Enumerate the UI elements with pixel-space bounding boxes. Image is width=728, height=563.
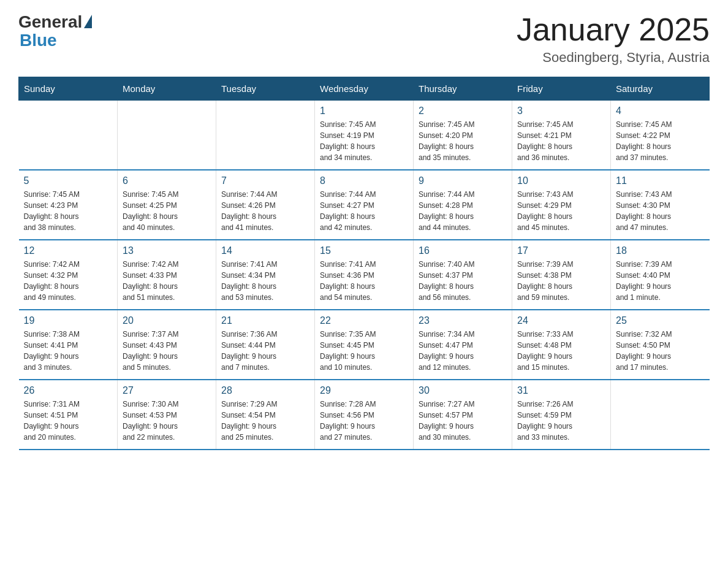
day-cell: 4Sunrise: 7:45 AM Sunset: 4:22 PM Daylig…	[611, 101, 710, 170]
day-info: Sunrise: 7:42 AM Sunset: 4:32 PM Dayligh…	[24, 259, 113, 303]
day-info: Sunrise: 7:34 AM Sunset: 4:47 PM Dayligh…	[419, 329, 507, 373]
day-number: 1	[320, 105, 408, 117]
day-info: Sunrise: 7:45 AM Sunset: 4:19 PM Dayligh…	[320, 119, 408, 163]
weekday-header-tuesday: Tuesday	[216, 77, 315, 101]
day-cell: 13Sunrise: 7:42 AM Sunset: 4:33 PM Dayli…	[118, 240, 216, 310]
day-info: Sunrise: 7:43 AM Sunset: 4:29 PM Dayligh…	[517, 189, 605, 233]
day-cell	[216, 101, 315, 170]
day-number: 28	[221, 385, 309, 396]
day-number: 21	[221, 315, 309, 326]
week-row-1: 1Sunrise: 7:45 AM Sunset: 4:19 PM Daylig…	[19, 101, 710, 170]
day-cell: 26Sunrise: 7:31 AM Sunset: 4:51 PM Dayli…	[19, 380, 118, 450]
day-cell: 23Sunrise: 7:34 AM Sunset: 4:47 PM Dayli…	[414, 310, 512, 380]
day-number: 24	[517, 315, 605, 326]
day-number: 11	[616, 175, 705, 186]
day-cell: 30Sunrise: 7:27 AM Sunset: 4:57 PM Dayli…	[414, 380, 512, 450]
day-info: Sunrise: 7:45 AM Sunset: 4:23 PM Dayligh…	[24, 189, 113, 233]
day-number: 20	[123, 315, 211, 326]
day-cell	[19, 101, 118, 170]
day-info: Sunrise: 7:41 AM Sunset: 4:34 PM Dayligh…	[221, 259, 309, 303]
day-cell: 22Sunrise: 7:35 AM Sunset: 4:45 PM Dayli…	[315, 310, 414, 380]
weekday-header-sunday: Sunday	[19, 77, 118, 101]
day-info: Sunrise: 7:31 AM Sunset: 4:51 PM Dayligh…	[24, 399, 113, 443]
day-info: Sunrise: 7:45 AM Sunset: 4:22 PM Dayligh…	[616, 119, 705, 163]
day-number: 3	[517, 105, 605, 117]
day-number: 31	[517, 385, 605, 396]
day-cell: 18Sunrise: 7:39 AM Sunset: 4:40 PM Dayli…	[611, 240, 710, 310]
day-number: 14	[221, 245, 309, 256]
day-number: 5	[24, 175, 113, 186]
day-cell: 10Sunrise: 7:43 AM Sunset: 4:29 PM Dayli…	[512, 170, 611, 240]
day-cell: 19Sunrise: 7:38 AM Sunset: 4:41 PM Dayli…	[19, 310, 118, 380]
day-number: 13	[123, 245, 211, 256]
day-number: 22	[320, 315, 408, 326]
day-info: Sunrise: 7:44 AM Sunset: 4:28 PM Dayligh…	[419, 189, 507, 233]
weekday-header-monday: Monday	[118, 77, 216, 101]
day-info: Sunrise: 7:39 AM Sunset: 4:38 PM Dayligh…	[517, 259, 605, 303]
day-cell: 9Sunrise: 7:44 AM Sunset: 4:28 PM Daylig…	[414, 170, 512, 240]
day-info: Sunrise: 7:44 AM Sunset: 4:26 PM Dayligh…	[221, 189, 309, 233]
day-info: Sunrise: 7:38 AM Sunset: 4:41 PM Dayligh…	[24, 329, 113, 373]
day-info: Sunrise: 7:45 AM Sunset: 4:20 PM Dayligh…	[419, 119, 507, 163]
day-number: 7	[221, 175, 309, 186]
logo-blue-text: Blue	[18, 31, 57, 50]
day-number: 19	[24, 315, 113, 326]
day-cell: 14Sunrise: 7:41 AM Sunset: 4:34 PM Dayli…	[216, 240, 315, 310]
weekday-header-wednesday: Wednesday	[315, 77, 414, 101]
day-info: Sunrise: 7:30 AM Sunset: 4:53 PM Dayligh…	[123, 399, 211, 443]
day-number: 4	[616, 105, 705, 117]
day-info: Sunrise: 7:33 AM Sunset: 4:48 PM Dayligh…	[517, 329, 605, 373]
day-cell: 21Sunrise: 7:36 AM Sunset: 4:44 PM Dayli…	[216, 310, 315, 380]
day-number: 29	[320, 385, 408, 396]
day-info: Sunrise: 7:29 AM Sunset: 4:54 PM Dayligh…	[221, 399, 309, 443]
day-number: 6	[123, 175, 211, 186]
week-row-2: 5Sunrise: 7:45 AM Sunset: 4:23 PM Daylig…	[19, 170, 710, 240]
weekday-header-saturday: Saturday	[611, 77, 710, 101]
day-cell	[611, 380, 710, 450]
day-cell: 15Sunrise: 7:41 AM Sunset: 4:36 PM Dayli…	[315, 240, 414, 310]
week-row-4: 19Sunrise: 7:38 AM Sunset: 4:41 PM Dayli…	[19, 310, 710, 380]
day-number: 2	[419, 105, 507, 117]
day-info: Sunrise: 7:41 AM Sunset: 4:36 PM Dayligh…	[320, 259, 408, 303]
day-cell: 20Sunrise: 7:37 AM Sunset: 4:43 PM Dayli…	[118, 310, 216, 380]
day-cell: 28Sunrise: 7:29 AM Sunset: 4:54 PM Dayli…	[216, 380, 315, 450]
day-info: Sunrise: 7:32 AM Sunset: 4:50 PM Dayligh…	[616, 329, 705, 373]
day-info: Sunrise: 7:36 AM Sunset: 4:44 PM Dayligh…	[221, 329, 309, 373]
day-info: Sunrise: 7:45 AM Sunset: 4:21 PM Dayligh…	[517, 119, 605, 163]
day-info: Sunrise: 7:28 AM Sunset: 4:56 PM Dayligh…	[320, 399, 408, 443]
logo-general-text: General	[18, 12, 82, 32]
day-number: 8	[320, 175, 408, 186]
day-cell: 3Sunrise: 7:45 AM Sunset: 4:21 PM Daylig…	[512, 101, 611, 170]
day-info: Sunrise: 7:26 AM Sunset: 4:59 PM Dayligh…	[517, 399, 605, 443]
day-number: 17	[517, 245, 605, 256]
day-number: 26	[24, 385, 113, 396]
day-cell: 7Sunrise: 7:44 AM Sunset: 4:26 PM Daylig…	[216, 170, 315, 240]
day-info: Sunrise: 7:37 AM Sunset: 4:43 PM Dayligh…	[123, 329, 211, 373]
title-block: January 2025 Soedingberg, Styria, Austri…	[517, 12, 710, 66]
day-number: 23	[419, 315, 507, 326]
day-cell: 31Sunrise: 7:26 AM Sunset: 4:59 PM Dayli…	[512, 380, 611, 450]
day-cell: 1Sunrise: 7:45 AM Sunset: 4:19 PM Daylig…	[315, 101, 414, 170]
day-cell: 17Sunrise: 7:39 AM Sunset: 4:38 PM Dayli…	[512, 240, 611, 310]
day-info: Sunrise: 7:27 AM Sunset: 4:57 PM Dayligh…	[419, 399, 507, 443]
day-cell	[118, 101, 216, 170]
week-row-5: 26Sunrise: 7:31 AM Sunset: 4:51 PM Dayli…	[19, 380, 710, 450]
day-cell: 24Sunrise: 7:33 AM Sunset: 4:48 PM Dayli…	[512, 310, 611, 380]
day-info: Sunrise: 7:44 AM Sunset: 4:27 PM Dayligh…	[320, 189, 408, 233]
day-number: 25	[616, 315, 705, 326]
day-cell: 29Sunrise: 7:28 AM Sunset: 4:56 PM Dayli…	[315, 380, 414, 450]
day-info: Sunrise: 7:35 AM Sunset: 4:45 PM Dayligh…	[320, 329, 408, 373]
day-cell: 2Sunrise: 7:45 AM Sunset: 4:20 PM Daylig…	[414, 101, 512, 170]
weekday-header-row: SundayMondayTuesdayWednesdayThursdayFrid…	[19, 77, 710, 101]
day-info: Sunrise: 7:39 AM Sunset: 4:40 PM Dayligh…	[616, 259, 705, 303]
logo-triangle-icon	[84, 15, 92, 28]
day-cell: 6Sunrise: 7:45 AM Sunset: 4:25 PM Daylig…	[118, 170, 216, 240]
week-row-3: 12Sunrise: 7:42 AM Sunset: 4:32 PM Dayli…	[19, 240, 710, 310]
day-info: Sunrise: 7:42 AM Sunset: 4:33 PM Dayligh…	[123, 259, 211, 303]
day-number: 12	[24, 245, 113, 256]
weekday-header-thursday: Thursday	[414, 77, 512, 101]
day-number: 9	[419, 175, 507, 186]
day-cell: 16Sunrise: 7:40 AM Sunset: 4:37 PM Dayli…	[414, 240, 512, 310]
calendar-title: January 2025	[517, 12, 710, 47]
day-number: 27	[123, 385, 211, 396]
